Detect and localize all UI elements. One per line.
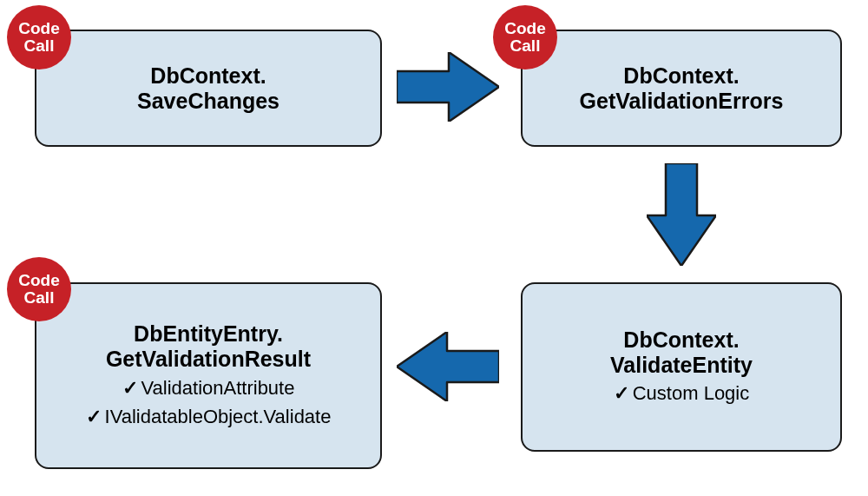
title-line: GetValidationErrors — [580, 89, 784, 113]
badge-text: Code Call — [7, 20, 71, 55]
node-detail: ✓ValidationAttribute — [122, 375, 295, 401]
node-getvalidationresult: DbEntityEntry. GetValidationResult ✓Vali… — [35, 282, 382, 469]
title-line: DbContext. — [623, 327, 739, 352]
arrow-right-icon — [397, 52, 499, 122]
badge-text: Code Call — [493, 20, 557, 55]
check-icon: ✓ — [86, 406, 102, 427]
node-validateentity: DbContext. ValidateEntity ✓Custom Logic — [521, 282, 842, 452]
node-detail: ✓IValidatableObject.Validate — [86, 404, 332, 430]
check-icon: ✓ — [122, 377, 138, 399]
title-line: ValidateEntity — [610, 353, 753, 377]
node-title: DbContext. SaveChanges — [137, 63, 279, 114]
detail-text: Custom Logic — [633, 382, 750, 404]
arrow-left-icon — [397, 332, 499, 401]
code-call-badge: Code Call — [7, 257, 71, 321]
title-line: DbContext. — [150, 63, 266, 88]
detail-text: IValidatableObject.Validate — [105, 406, 332, 427]
code-call-badge: Code Call — [7, 5, 71, 69]
svg-marker-2 — [397, 332, 499, 401]
validation-flow-diagram: DbContext. SaveChanges Code Call DbConte… — [0, 0, 868, 496]
title-line: GetValidationResult — [106, 347, 311, 371]
title-line: DbEntityEntry. — [134, 321, 283, 346]
detail-text: ValidationAttribute — [141, 377, 295, 399]
check-icon: ✓ — [614, 382, 629, 404]
badge-text: Code Call — [7, 272, 71, 307]
arrow-down-icon — [647, 163, 716, 266]
title-line: SaveChanges — [137, 89, 279, 113]
node-title: DbContext. ValidateEntity — [610, 327, 753, 378]
svg-marker-1 — [647, 163, 716, 266]
node-detail: ✓Custom Logic — [614, 380, 750, 407]
code-call-badge: Code Call — [493, 5, 557, 69]
node-savechanges: DbContext. SaveChanges — [35, 30, 382, 147]
svg-marker-0 — [397, 52, 499, 122]
node-title: DbContext. GetValidationErrors — [580, 63, 784, 114]
node-getvalidationerrors: DbContext. GetValidationErrors — [521, 30, 842, 147]
node-title: DbEntityEntry. GetValidationResult — [106, 321, 311, 372]
title-line: DbContext. — [623, 63, 739, 88]
